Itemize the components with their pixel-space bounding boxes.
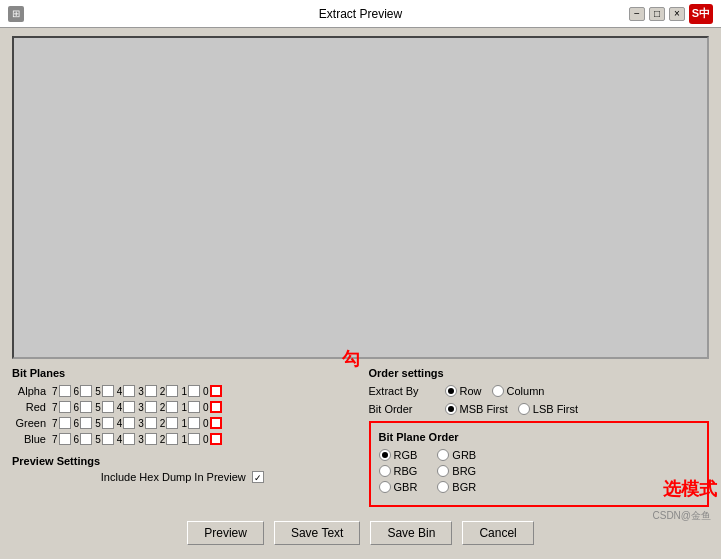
green-check-1[interactable] [188, 417, 200, 429]
bpo-bgr-option[interactable]: BGR [437, 481, 476, 493]
alpha-bit-4: 4 [117, 385, 136, 397]
alpha-check-6[interactable] [80, 385, 92, 397]
msb-first-label: MSB First [460, 403, 508, 415]
bpo-brg-radio[interactable] [437, 465, 449, 477]
bpo-brg-option[interactable]: BRG [437, 465, 476, 477]
bpo-rgb-radio[interactable] [379, 449, 391, 461]
extract-by-row: Extract By Row Column [369, 385, 710, 397]
green-check-7[interactable] [59, 417, 71, 429]
main-content: 勾 Bit Planes Alpha 7 6 5 4 3 2 1 0 Red 7… [0, 28, 721, 559]
bpo-rbg-radio[interactable] [379, 465, 391, 477]
close-button[interactable]: × [669, 7, 685, 21]
extract-by-column-option[interactable]: Column [492, 385, 545, 397]
lsb-first-radio[interactable] [518, 403, 530, 415]
preview-settings-label: Preview Settings [12, 455, 353, 467]
annotation-selectmode: 选模式 [663, 477, 717, 501]
bit-order-row: Bit Order MSB First LSB First [369, 403, 710, 415]
bit-plane-order-title: Bit Plane Order [379, 431, 700, 443]
extract-by-row-option[interactable]: Row [445, 385, 482, 397]
alpha-check-0[interactable] [210, 385, 222, 397]
green-check-5[interactable] [102, 417, 114, 429]
bpo-grb-option[interactable]: GRB [437, 449, 476, 461]
bpo-gbr-option[interactable]: GBR [379, 481, 418, 493]
bit-order-label: Bit Order [369, 403, 437, 415]
red-check-2[interactable] [166, 401, 178, 413]
bit-planes-label: Bit Planes [12, 367, 353, 379]
alpha-check-7[interactable] [59, 385, 71, 397]
extract-by-column-radio[interactable] [492, 385, 504, 397]
annotation-checkmark: 勾 [342, 347, 360, 371]
watermark: CSDN@金鱼 [653, 509, 712, 523]
alpha-check-2[interactable] [166, 385, 178, 397]
blue-label: Blue [12, 433, 50, 445]
blue-row: Blue 7 6 5 4 3 2 1 0 [12, 433, 353, 445]
green-check-3[interactable] [145, 417, 157, 429]
blue-check-2[interactable] [166, 433, 178, 445]
bpo-bgr-label: BGR [452, 481, 476, 493]
red-check-5[interactable] [102, 401, 114, 413]
bpo-grb-radio[interactable] [437, 449, 449, 461]
bpo-bgr-radio[interactable] [437, 481, 449, 493]
bit-plane-order-box: Bit Plane Order RGB GRB RBG [369, 421, 710, 507]
bpo-row-3: GBR BGR [379, 481, 700, 493]
preview-area [12, 36, 709, 359]
green-check-0[interactable] [210, 417, 222, 429]
preview-button[interactable]: Preview [187, 521, 264, 545]
app-logo: S中 [689, 4, 713, 24]
alpha-check-4[interactable] [123, 385, 135, 397]
alpha-label: Alpha [12, 385, 50, 397]
order-settings-label: Order settings [369, 367, 710, 379]
red-check-4[interactable] [123, 401, 135, 413]
minimize-button[interactable]: − [629, 7, 645, 21]
bpo-rgb-option[interactable]: RGB [379, 449, 418, 461]
title-bar-controls: − □ × S中 [629, 4, 713, 24]
bpo-rgb-label: RGB [394, 449, 418, 461]
alpha-bit-0: 0 [203, 385, 222, 397]
green-check-4[interactable] [123, 417, 135, 429]
red-check-6[interactable] [80, 401, 92, 413]
alpha-bit-5: 5 [95, 385, 114, 397]
blue-check-1[interactable] [188, 433, 200, 445]
green-check-2[interactable] [166, 417, 178, 429]
cancel-button[interactable]: Cancel [462, 521, 533, 545]
bpo-rbg-option[interactable]: RBG [379, 465, 418, 477]
title-bar-left: ⊞ [8, 6, 24, 22]
alpha-check-1[interactable] [188, 385, 200, 397]
bpo-row-2: RBG BRG [379, 465, 700, 477]
alpha-check-5[interactable] [102, 385, 114, 397]
include-hex-checkbox[interactable] [252, 471, 264, 483]
alpha-bit-3: 3 [138, 385, 157, 397]
red-check-7[interactable] [59, 401, 71, 413]
lsb-first-label: LSB First [533, 403, 578, 415]
alpha-bit-7: 7 [52, 385, 71, 397]
blue-check-0[interactable] [210, 433, 222, 445]
include-hex-row: Include Hex Dump In Preview [12, 471, 353, 483]
blue-check-4[interactable] [123, 433, 135, 445]
blue-check-3[interactable] [145, 433, 157, 445]
alpha-check-3[interactable] [145, 385, 157, 397]
bit-order-group: MSB First LSB First [445, 403, 579, 415]
title-bar: ⊞ Extract Preview − □ × S中 [0, 0, 721, 28]
red-check-3[interactable] [145, 401, 157, 413]
extract-by-label: Extract By [369, 385, 437, 397]
bpo-gbr-radio[interactable] [379, 481, 391, 493]
green-row: Green 7 6 5 4 3 2 1 0 [12, 417, 353, 429]
maximize-button[interactable]: □ [649, 7, 665, 21]
save-bin-button[interactable]: Save Bin [370, 521, 452, 545]
extract-by-column-label: Column [507, 385, 545, 397]
bpo-brg-label: BRG [452, 465, 476, 477]
red-check-0[interactable] [210, 401, 222, 413]
blue-check-5[interactable] [102, 433, 114, 445]
extract-by-row-radio[interactable] [445, 385, 457, 397]
green-check-6[interactable] [80, 417, 92, 429]
red-check-1[interactable] [188, 401, 200, 413]
msb-first-option[interactable]: MSB First [445, 403, 508, 415]
include-hex-label: Include Hex Dump In Preview [101, 471, 246, 483]
lsb-first-option[interactable]: LSB First [518, 403, 578, 415]
blue-check-7[interactable] [59, 433, 71, 445]
save-text-button[interactable]: Save Text [274, 521, 360, 545]
order-settings-panel: Order settings Extract By Row Column [369, 367, 710, 507]
bottom-buttons: Preview Save Text Save Bin Cancel [12, 515, 709, 551]
msb-first-radio[interactable] [445, 403, 457, 415]
blue-check-6[interactable] [80, 433, 92, 445]
